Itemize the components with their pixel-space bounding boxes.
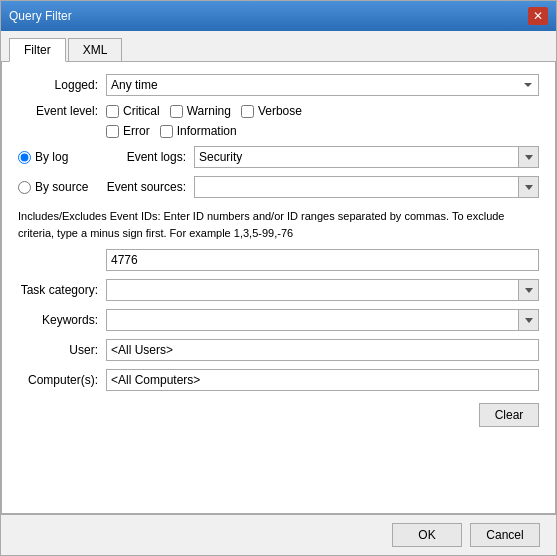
task-category-select[interactable] <box>106 279 519 301</box>
event-logs-dropdown-btn[interactable] <box>519 146 539 168</box>
checkboxes-line-1: Critical Warning Verbose <box>106 104 302 118</box>
task-category-label: Task category: <box>18 283 98 297</box>
event-sources-select[interactable] <box>194 176 519 198</box>
keywords-combo <box>106 309 539 331</box>
filter-content: Logged: Any time Last hour Last 12 hours… <box>1 62 556 514</box>
checkbox-warning[interactable]: Warning <box>170 104 231 118</box>
description-text: Includes/Excludes Event IDs: Enter ID nu… <box>18 208 539 241</box>
query-filter-window: Query Filter ✕ Filter XML Logged: Any ti… <box>0 0 557 556</box>
error-checkbox[interactable] <box>106 125 119 138</box>
event-id-input[interactable] <box>106 249 539 271</box>
user-label: User: <box>18 343 98 357</box>
checkbox-information[interactable]: Information <box>160 124 237 138</box>
chevron-down-icon-4 <box>525 318 533 323</box>
title-bar: Query Filter ✕ <box>1 1 556 31</box>
user-input[interactable] <box>106 339 539 361</box>
event-logs-label: Event logs: <box>106 150 186 164</box>
tab-xml[interactable]: XML <box>68 38 123 62</box>
by-log-radio[interactable] <box>18 151 31 164</box>
chevron-down-icon-2 <box>525 185 533 190</box>
logged-select[interactable]: Any time Last hour Last 12 hours Last 24… <box>106 74 539 96</box>
chevron-down-icon <box>525 155 533 160</box>
keywords-dropdown-btn[interactable] <box>519 309 539 331</box>
task-category-dropdown-btn[interactable] <box>519 279 539 301</box>
tab-bar: Filter XML <box>1 31 556 62</box>
checkboxes-line-2: Error Information <box>106 124 302 138</box>
window-title: Query Filter <box>9 9 72 23</box>
event-sources-combo <box>194 176 539 198</box>
computer-input[interactable] <box>106 369 539 391</box>
logged-row: Logged: Any time Last hour Last 12 hours… <box>18 74 539 96</box>
tab-filter[interactable]: Filter <box>9 38 66 62</box>
user-row: User: <box>18 339 539 361</box>
event-sources-label: Event sources: <box>106 180 186 194</box>
event-logs-combo: Security <box>194 146 539 168</box>
checkboxes-block: Critical Warning Verbose Error <box>106 104 302 138</box>
by-source-radio-label[interactable]: By source <box>18 180 98 194</box>
by-log-radio-label[interactable]: By log <box>18 150 98 164</box>
cancel-button[interactable]: Cancel <box>470 523 540 547</box>
computer-row: Computer(s): <box>18 369 539 391</box>
event-level-row: Event level: Critical Warning Verbose <box>18 104 539 138</box>
event-level-label: Event level: <box>18 104 98 118</box>
event-sources-dropdown-btn[interactable] <box>519 176 539 198</box>
close-button[interactable]: ✕ <box>528 7 548 25</box>
keywords-row: Keywords: <box>18 309 539 331</box>
checkbox-error[interactable]: Error <box>106 124 150 138</box>
by-log-row: By log Event logs: Security <box>18 146 539 168</box>
computer-label: Computer(s): <box>18 373 98 387</box>
keywords-select[interactable] <box>106 309 519 331</box>
task-category-combo <box>106 279 539 301</box>
event-id-row <box>18 249 539 271</box>
critical-checkbox[interactable] <box>106 105 119 118</box>
bottom-buttons: OK Cancel <box>1 514 556 555</box>
keywords-label: Keywords: <box>18 313 98 327</box>
by-source-radio[interactable] <box>18 181 31 194</box>
event-logs-select[interactable]: Security <box>194 146 519 168</box>
warning-checkbox[interactable] <box>170 105 183 118</box>
chevron-down-icon-3 <box>525 288 533 293</box>
clear-button[interactable]: Clear <box>479 403 539 427</box>
logged-label: Logged: <box>18 78 98 92</box>
clear-row: Clear <box>18 403 539 427</box>
information-checkbox[interactable] <box>160 125 173 138</box>
task-category-row: Task category: <box>18 279 539 301</box>
verbose-checkbox[interactable] <box>241 105 254 118</box>
ok-button[interactable]: OK <box>392 523 462 547</box>
checkbox-critical[interactable]: Critical <box>106 104 160 118</box>
checkbox-verbose[interactable]: Verbose <box>241 104 302 118</box>
by-source-row: By source Event sources: <box>18 176 539 198</box>
